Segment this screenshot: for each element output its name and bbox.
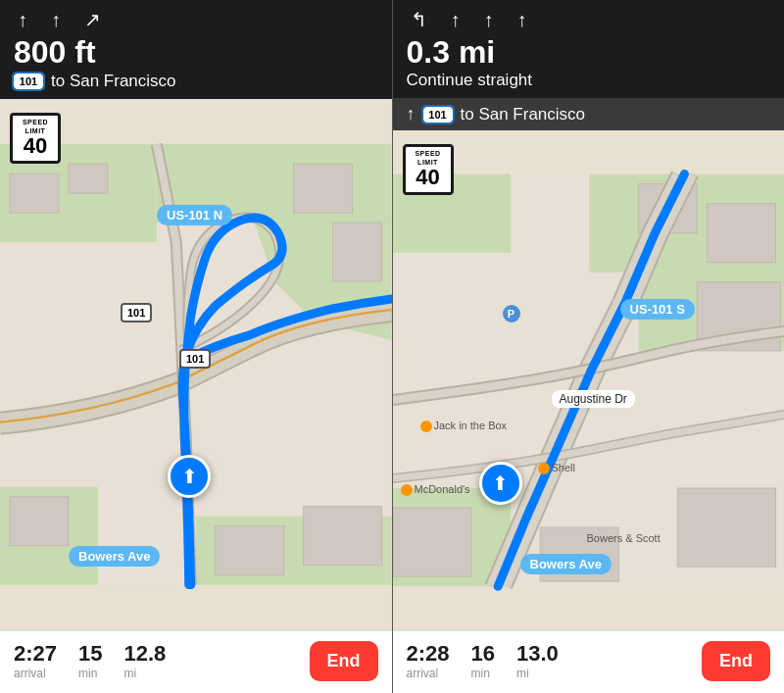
right-arrival-value: 2:28: [407, 642, 450, 666]
right-direction-arrows: ↰ ↑ ↑ ↑: [407, 10, 771, 29]
svg-rect-7: [69, 164, 108, 193]
svg-rect-12: [304, 507, 382, 566]
left-arrival-label: arrival: [14, 667, 46, 680]
left-arrival-group: 2:27 arrival: [14, 642, 57, 679]
right-location-arrow-icon: ⬆: [492, 471, 509, 495]
right-us101s-label: US-101 S: [620, 299, 695, 320]
left-arrival-value: 2:27: [14, 642, 57, 666]
right-distance: 0.3 mi: [407, 35, 771, 70]
panel-divider: [392, 0, 393, 693]
left-nav-header: ↑ ↑ ↗ 800 ft 101 to San Francisco: [0, 0, 392, 99]
left-location-marker: ⬆: [168, 455, 211, 498]
svg-rect-19: [707, 204, 775, 263]
svg-rect-6: [10, 173, 59, 213]
svg-rect-22: [677, 488, 775, 567]
right-augustine-label: Augustine Dr: [552, 390, 635, 408]
left-distance: 800 ft: [14, 35, 378, 70]
right-sub-highway-badge: 101: [423, 107, 453, 123]
left-speed-limit: SPEED LIMIT 40: [10, 113, 61, 164]
svg-rect-8: [294, 164, 353, 213]
right-sub-header: ↑ 101 to San Francisco: [393, 98, 785, 130]
right-arrival-group: 2:28 arrival: [407, 642, 450, 679]
left-panel: ↑ ↑ ↗ 800 ft 101 to San Francisco: [0, 0, 392, 693]
right-nav-header: ↰ ↑ ↑ ↑ 0.3 mi Continue straight: [393, 0, 785, 98]
left-highway-badge: 101: [14, 74, 43, 89]
right-arrow-1: ↰: [411, 10, 427, 29]
right-min-group: 16 min: [471, 642, 495, 679]
left-min-label: min: [78, 667, 97, 680]
left-arrow-1: ↑: [18, 10, 27, 29]
right-shell-poi-icon: [538, 463, 550, 474]
right-mi-group: 13.0 mi: [516, 642, 559, 679]
left-bottom-bar: 2:27 arrival 15 min 12.8 mi End: [0, 630, 392, 693]
left-arrow-2: ↑: [51, 10, 61, 29]
right-arrow-2: ↑: [451, 10, 461, 29]
right-location-marker: ⬆: [479, 462, 522, 505]
svg-rect-10: [10, 497, 69, 546]
left-min-group: 15 min: [78, 642, 102, 679]
right-end-button[interactable]: End: [702, 641, 770, 681]
right-jack-poi-icon: [420, 421, 432, 432]
left-us101n-label: US-101 N: [157, 205, 232, 225]
svg-rect-21: [393, 508, 471, 576]
left-mi-label: mi: [124, 667, 137, 680]
right-bowers-scott-label: Bowers & Scott: [587, 532, 661, 544]
right-main-instruction: Continue straight: [407, 71, 771, 90]
right-arrow-4: ↑: [517, 10, 527, 29]
right-speed-limit: SPEED LIMIT 40: [403, 144, 454, 195]
left-direction-arrows: ↑ ↑ ↗: [14, 10, 378, 29]
right-mi-value: 13.0: [516, 642, 559, 666]
svg-rect-9: [333, 223, 382, 281]
left-location-arrow-icon: ⬆: [181, 465, 198, 488]
right-speed-limit-number: 40: [410, 167, 447, 188]
left-min-value: 15: [78, 642, 102, 666]
right-sub-instruction: to San Francisco: [461, 105, 586, 124]
left-instruction-row: 101 to San Francisco: [14, 72, 378, 91]
left-end-button[interactable]: End: [310, 641, 378, 681]
left-mi-value: 12.8: [124, 642, 167, 666]
right-jack-label: Jack in the Box: [420, 420, 508, 432]
left-map-area: SPEED LIMIT 40 US-101 N 101 101 ⬆ Bowers…: [0, 99, 392, 630]
right-arrow-3: ↑: [484, 10, 494, 29]
right-mi-label: mi: [516, 667, 529, 680]
left-bowers-label: Bowers Ave: [69, 546, 160, 567]
right-mcdonalds-poi-icon: [401, 484, 413, 496]
left-hw-101-2: 101: [179, 349, 211, 369]
right-map-area: SPEED LIMIT 40 US-101 S Augustine Dr P J…: [393, 130, 785, 630]
left-hw-101-1: 101: [121, 303, 152, 322]
left-mi-group: 12.8 mi: [124, 642, 167, 679]
left-arrow-3: ↗: [84, 10, 101, 29]
right-arrival-label: arrival: [407, 667, 439, 680]
right-sub-arrow-icon: ↑: [407, 104, 416, 124]
svg-rect-11: [216, 526, 284, 575]
left-instruction-text: to San Francisco: [51, 72, 176, 91]
right-mcdonalds-label: McDonald's: [401, 483, 470, 496]
right-shell-label: Shell: [538, 462, 575, 474]
right-min-value: 16: [471, 642, 495, 666]
left-speed-limit-number: 40: [17, 135, 54, 157]
right-panel: ↰ ↑ ↑ ↑ 0.3 mi Continue straight ↑ 101 t…: [393, 0, 785, 693]
right-bowers-label: Bowers Ave: [520, 554, 612, 574]
right-min-label: min: [471, 667, 490, 680]
right-parking-icon: P: [503, 305, 520, 322]
right-bottom-bar: 2:28 arrival 16 min 13.0 mi End: [393, 630, 785, 693]
